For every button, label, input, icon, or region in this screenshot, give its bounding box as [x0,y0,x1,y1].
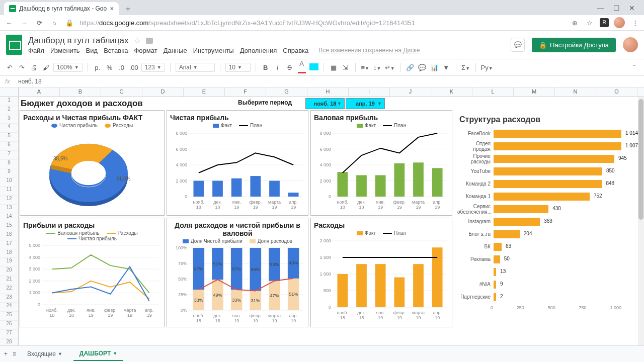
sheet-canvas[interactable]: Бюджет доходов и расходов Выберите перио… [19,97,644,345]
row-header[interactable]: 8 [0,160,18,169]
row-header[interactable]: 27 [0,330,18,339]
row-header[interactable]: 6 [0,142,18,151]
share-button[interactable]: 🔒 Настройки Доступа [532,38,616,52]
col-header[interactable]: F [225,87,266,97]
print-icon[interactable]: 🖨 [29,64,38,71]
undo-icon[interactable]: ↶ [5,64,14,71]
col-header[interactable]: A [19,87,60,97]
col-header[interactable]: N [555,87,596,97]
col-header[interactable]: J [390,87,431,97]
row-header[interactable]: 14 [0,213,18,222]
row-header[interactable]: 24 [0,303,18,312]
profile-avatar[interactable] [614,17,625,28]
col-header[interactable]: D [142,87,184,97]
col-header[interactable]: O [596,87,637,97]
row-header[interactable]: 13 [0,205,18,214]
col-header[interactable]: C [101,87,142,97]
row-header[interactable]: 3 [0,115,18,124]
doc-title[interactable]: Дашборд в гугл таблицах [28,36,129,46]
dec-add-button[interactable]: .00 [129,64,138,71]
row-header[interactable]: 17 [0,240,18,249]
font-select[interactable]: Arial▼ [176,63,215,72]
sheets-logo-icon[interactable] [6,35,22,55]
percent-button[interactable]: % [105,64,114,71]
reload-icon[interactable]: ⟳ [34,19,44,27]
wrap-icon[interactable]: ↵▼ [385,64,395,71]
col-header[interactable]: H [307,87,349,97]
row-header[interactable]: 12 [0,196,18,205]
row-header[interactable]: 23 [0,294,18,303]
formula-bar[interactable]: fx нояб. 18 [0,76,644,87]
extension-icon[interactable]: R [600,18,609,27]
new-tab-button[interactable]: + [122,3,134,15]
star-icon[interactable]: ☆ [134,36,141,45]
text-color-button[interactable]: A [297,60,306,75]
row-header[interactable]: 4 [0,124,18,133]
row-header[interactable]: 7 [0,151,18,160]
functions-icon[interactable]: Σ▼ [461,64,470,71]
menu-format[interactable]: Формат [134,47,157,54]
collapse-toolbar-icon[interactable]: ˆ [630,64,639,71]
period-from-select[interactable]: нояб. 18▼ [305,98,345,109]
menu-tools[interactable]: Инструменты [193,47,234,54]
account-avatar[interactable] [623,37,638,52]
input-lang-button[interactable]: Ру▼ [481,64,493,71]
fill-color-button[interactable] [309,63,318,72]
row-header[interactable]: 15 [0,222,18,231]
url-field[interactable]: https://docs.google.com/spreadsheets/d/1… [79,19,565,27]
close-tab-icon[interactable]: × [110,5,114,13]
home-icon[interactable]: ⌂ [49,19,59,27]
paint-icon[interactable]: 🖌 [41,64,50,71]
comment-icon[interactable]: 💬 [418,64,427,71]
row-header[interactable]: 18 [0,249,18,258]
sheet-tab-dashboard[interactable]: ДАШБОРТ▼ [73,347,123,361]
row-header[interactable]: 9 [0,168,18,177]
comments-button[interactable]: 💬 [511,38,525,52]
row-header[interactable]: 11 [0,187,18,196]
menu-file[interactable]: Файл [28,47,44,54]
row-header[interactable]: 5 [0,133,18,142]
col-header[interactable]: I [349,87,390,97]
minimize-icon[interactable]: — [597,4,604,12]
row-header[interactable]: 25 [0,312,18,321]
row-header[interactable]: 2 [0,106,18,115]
menu-insert[interactable]: Вставка [104,47,128,54]
col-header[interactable]: L [472,87,514,97]
browser-tab[interactable]: Дашборд в гугл таблицах - Goo × [4,2,119,15]
col-header[interactable]: M [514,87,555,97]
font-size-select[interactable]: 10▼ [225,63,251,72]
back-icon[interactable]: ← [4,19,14,27]
translate-icon[interactable]: ⊕ [570,19,580,27]
row-header[interactable]: 19 [0,258,18,267]
sheet-tab-inbox[interactable]: Входящие▼ [21,347,68,360]
col-header[interactable]: G [266,87,307,97]
row-header[interactable]: 22 [0,285,18,294]
menu-view[interactable]: Вид [86,47,98,54]
bold-button[interactable]: B [261,64,270,71]
all-sheets-button[interactable]: ≡ [13,350,16,357]
halign-icon[interactable]: ≡▼ [361,64,370,71]
menu-edit[interactable]: Изменить [50,47,80,54]
link-icon[interactable]: 🔗 [406,64,415,71]
num-format-select[interactable]: 123▼ [141,63,165,72]
row-header[interactable]: 16 [0,231,18,240]
col-header[interactable]: B [60,87,101,97]
menu-data[interactable]: Данные [164,47,187,54]
row-header[interactable]: 26 [0,321,18,330]
add-sheet-button[interactable]: + [4,350,8,357]
italic-button[interactable]: I [273,64,282,71]
forward-icon[interactable]: → [19,19,29,27]
merge-icon[interactable]: ⇲ [341,64,350,71]
strike-button[interactable]: S [285,64,294,71]
col-header[interactable]: K [431,87,472,97]
row-header[interactable]: 28 [0,339,18,345]
row-header[interactable]: 20 [0,267,18,276]
chart-icon[interactable]: 📊 [430,64,439,71]
menu-dots-icon[interactable]: ⋮ [630,19,640,27]
period-to-select[interactable]: апр. 19▼ [346,98,385,109]
currency-button[interactable]: р. [93,64,102,71]
row-header[interactable]: 10 [0,177,18,187]
valign-icon[interactable]: ↕▼ [373,64,382,71]
select-all-corner[interactable] [0,87,19,97]
row-header[interactable]: 1 [0,97,18,106]
